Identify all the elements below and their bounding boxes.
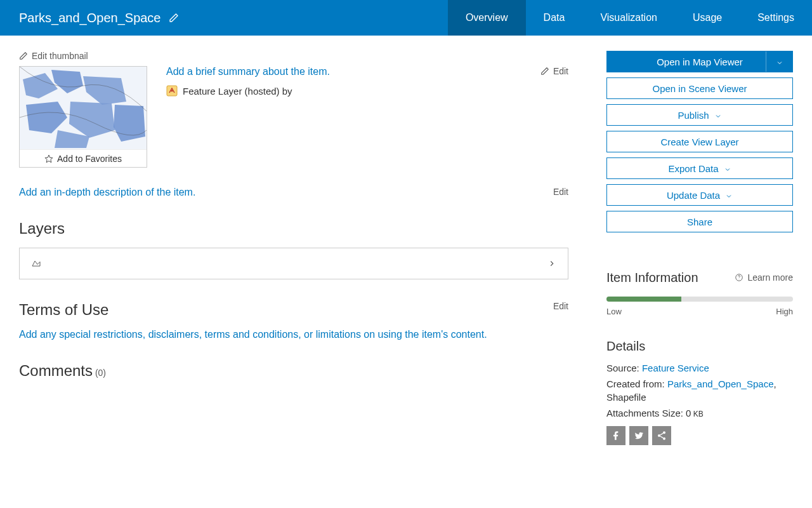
svg-point-5 (739, 279, 740, 279)
svg-point-6 (663, 431, 665, 434)
open-map-viewer-label: Open in Map Viewer (657, 57, 743, 67)
chevron-right-icon (547, 259, 556, 268)
chevron-down-icon (725, 191, 733, 199)
learn-more-link[interactable]: Learn more (735, 272, 793, 283)
attachments-label: Attachments Size: (606, 408, 686, 418)
scale-low-label: Low (606, 307, 622, 316)
open-map-viewer-button[interactable]: Open in Map Viewer (606, 51, 793, 72)
summary-prompt-link[interactable]: Add a brief summary about the item. (166, 66, 568, 77)
attachments-unit: KB (691, 410, 703, 418)
top-nav: Overview Data Visualization Usage Settin… (448, 0, 812, 36)
create-view-layer-button[interactable]: Create View Layer (606, 131, 793, 152)
edit-label: Edit (553, 187, 568, 197)
edit-title-icon[interactable] (169, 13, 179, 23)
item-info-heading: Item Information (606, 271, 698, 285)
pencil-icon (540, 302, 549, 311)
tab-settings[interactable]: Settings (740, 0, 812, 36)
edit-label: Edit (553, 66, 568, 76)
learn-more-label: Learn more (747, 272, 793, 283)
generic-share-button[interactable] (652, 426, 671, 445)
tab-visualization[interactable]: Visualization (582, 0, 675, 36)
page-title: Parks_and_Open_Space (19, 11, 161, 25)
open-scene-viewer-button[interactable]: Open in Scene Viewer (606, 77, 793, 99)
add-to-favorites-label: Add to Favorites (57, 154, 122, 164)
thumbnail-image[interactable] (20, 67, 147, 149)
source-link[interactable]: Feature Service (642, 363, 709, 373)
created-from-link[interactable]: Parks_and_Open_Space (667, 378, 774, 389)
open-map-viewer-dropdown[interactable] (766, 51, 792, 72)
export-data-label: Export Data (668, 163, 718, 174)
tab-data[interactable]: Data (526, 0, 583, 36)
item-type-label: Feature Layer (hosted) by (183, 86, 292, 97)
terms-heading: Terms of Use (19, 301, 568, 319)
layers-heading: Layers (19, 220, 568, 237)
svg-point-3 (171, 90, 173, 92)
svg-marker-1 (45, 155, 53, 163)
chevron-down-icon (714, 111, 722, 119)
twitter-share-button[interactable] (629, 426, 648, 445)
share-button[interactable]: Share (606, 211, 793, 232)
update-data-label: Update Data (667, 190, 720, 201)
source-label: Source: (606, 363, 642, 373)
edit-summary-button[interactable]: Edit (540, 66, 568, 76)
terms-prompt-link[interactable]: Add any special restrictions, disclaimer… (19, 329, 487, 340)
star-icon (44, 154, 53, 163)
item-completeness-bar (606, 297, 793, 302)
layer-row[interactable] (19, 248, 568, 279)
pencil-icon (540, 187, 549, 196)
edit-terms-button[interactable]: Edit (540, 301, 568, 311)
description-prompt-link[interactable]: Add an in-depth description of the item. (19, 187, 195, 197)
open-scene-viewer-label: Open in Scene Viewer (653, 83, 747, 94)
polygon-icon (31, 258, 41, 269)
scale-high-label: High (776, 307, 793, 316)
facebook-share-button[interactable] (606, 426, 625, 445)
edit-description-button[interactable]: Edit (540, 187, 568, 197)
edit-thumbnail-label: Edit thumbnail (32, 51, 88, 61)
edit-label: Edit (553, 301, 568, 311)
details-heading: Details (606, 339, 793, 354)
share-label: Share (687, 217, 712, 227)
chevron-down-icon (724, 164, 731, 172)
chevron-down-icon (776, 58, 783, 65)
create-view-layer-label: Create View Layer (660, 137, 738, 147)
created-from-label: Created from: (606, 378, 667, 389)
comments-count: (0) (95, 368, 106, 378)
svg-point-7 (658, 434, 660, 437)
tab-usage[interactable]: Usage (675, 0, 740, 36)
publish-label: Publish (678, 110, 709, 121)
publish-button[interactable]: Publish (606, 104, 793, 126)
help-icon (735, 273, 743, 282)
pencil-icon (540, 67, 549, 76)
tab-overview[interactable]: Overview (448, 0, 526, 36)
thumbnail-card: Add to Favorites (19, 66, 147, 168)
export-data-button[interactable]: Export Data (606, 157, 793, 179)
update-data-button[interactable]: Update Data (606, 184, 793, 206)
feature-layer-icon (166, 85, 178, 97)
add-to-favorites-button[interactable]: Add to Favorites (20, 149, 147, 167)
comments-heading: Comments (19, 362, 93, 379)
edit-thumbnail-link[interactable]: Edit thumbnail (19, 51, 568, 61)
svg-point-8 (663, 438, 665, 440)
